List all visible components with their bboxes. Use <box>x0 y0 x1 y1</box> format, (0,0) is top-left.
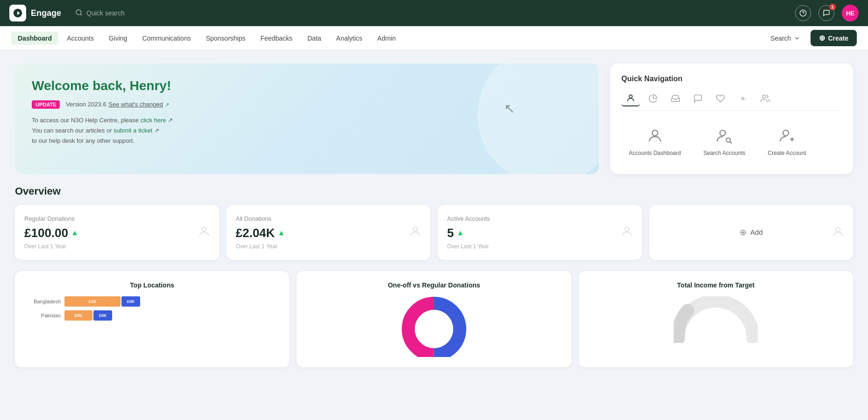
logo-wrap[interactable]: Engage <box>9 5 61 21</box>
nav-item-sponsorships[interactable]: Sponsorships <box>199 32 252 45</box>
welcome-section: Welcome back, Henry! UPDATE Version 2023… <box>15 63 599 174</box>
main-nav: Dashboard Accounts Giving Communications… <box>0 26 868 50</box>
nav-item-feedbacks[interactable]: Feedbacks <box>254 32 299 45</box>
quick-nav-title: Quick Navigation <box>621 75 842 83</box>
bar-row-pakistan: Pakistan £0K £0K <box>28 310 276 321</box>
notifications-button[interactable]: 1 <box>818 5 834 21</box>
svg-point-15 <box>413 227 417 231</box>
accounts-dashboard-icon <box>645 126 665 146</box>
bar-group: £1K £0K <box>64 296 276 307</box>
quick-nav-items: Accounts Dashboard Search Accounts <box>621 120 842 163</box>
qn-tab-pie[interactable] <box>644 91 662 106</box>
click-here-link[interactable]: click here <box>141 117 166 124</box>
svg-point-16 <box>625 227 629 231</box>
notification-badge: 1 <box>829 4 836 10</box>
person-icon <box>620 225 633 240</box>
quick-search-label: Quick search <box>86 9 125 17</box>
search-accounts-icon <box>714 126 734 146</box>
quick-search-bar[interactable]: Quick search <box>75 9 125 18</box>
qn-create-account[interactable]: Create Account <box>760 120 813 163</box>
svg-line-1 <box>80 14 82 15</box>
stat-value: £2.04K ▲ <box>236 226 421 240</box>
overview-section: Overview Regular Donations £100.00 ▲ Ove… <box>15 185 853 367</box>
donut-chart <box>401 296 467 357</box>
bar-seg-orange: £0K <box>64 310 92 321</box>
trend-icon: ▲ <box>71 229 78 237</box>
stat-card-active-accounts: Active Accounts 5 ▲ Over Last 1 Year <box>438 205 642 260</box>
stat-value: £100.00 ▲ <box>24 226 210 240</box>
submit-ticket-link[interactable]: submit a ticket <box>114 127 152 134</box>
svg-point-20 <box>415 310 453 348</box>
svg-point-7 <box>652 130 658 136</box>
qn-search-accounts[interactable]: Search Accounts <box>696 120 753 163</box>
welcome-title: Welcome back, Henry! <box>32 78 582 93</box>
half-donut-chart <box>674 296 758 343</box>
nav-item-communications[interactable]: Communications <box>135 32 197 45</box>
help-text: To access our N3O Help Centre, please cl… <box>32 115 582 146</box>
overview-cards: Regular Donations £100.00 ▲ Over Last 1 … <box>15 205 853 260</box>
cursor-icon: ↖ <box>504 101 515 116</box>
top-bar-right: 1 HE <box>795 5 859 21</box>
qn-accounts-dashboard[interactable]: Accounts Dashboard <box>621 120 688 163</box>
qn-tab-people[interactable] <box>756 91 775 106</box>
create-button[interactable]: ⊕ Create <box>811 30 857 46</box>
stat-label: All Donations <box>236 215 421 222</box>
donut-wrap <box>306 296 562 357</box>
nav-item-admin[interactable]: Admin <box>371 32 403 45</box>
nav-item-accounts[interactable]: Accounts <box>60 32 100 45</box>
chart-title: Total Income from Target <box>588 281 844 289</box>
qn-item-label: Accounts Dashboard <box>629 150 681 157</box>
quick-nav-tabs <box>621 91 842 111</box>
svg-point-11 <box>783 130 789 136</box>
nav-item-dashboard[interactable]: Dashboard <box>11 32 58 45</box>
help-button[interactable] <box>795 5 811 21</box>
version-row: UPDATE Version 2023.6 See what's changed… <box>32 100 582 109</box>
add-icon: ⊕ <box>740 227 747 238</box>
svg-line-10 <box>730 142 732 144</box>
bar-seg-blue: £0K <box>121 296 140 307</box>
qn-item-label: Search Accounts <box>703 150 745 157</box>
person-icon <box>832 225 845 239</box>
chart-title: Top Locations <box>24 281 280 289</box>
nav-right: Search ⊕ Create <box>766 30 857 46</box>
bar-chart: Bangladesh £1K £0K Pakistan £0K £0K <box>24 296 280 321</box>
qn-tab-settings[interactable] <box>733 91 752 106</box>
app-name: Engage <box>31 8 61 18</box>
stat-value: 5 ▲ <box>447 226 633 240</box>
qn-tab-inbox[interactable] <box>666 91 685 106</box>
stat-card-all-donations: All Donations £2.04K ▲ Over Last 1 Year <box>227 205 431 260</box>
qn-tab-person[interactable] <box>621 91 640 106</box>
add-label: Add <box>750 228 763 236</box>
qn-tab-chat[interactable] <box>689 91 707 106</box>
qn-tab-heart[interactable] <box>711 91 730 106</box>
stat-sub: Over Last 1 Year <box>236 243 421 250</box>
nav-item-giving[interactable]: Giving <box>102 32 134 45</box>
external-link-icon: ↗ <box>165 102 169 107</box>
person-icon <box>198 225 211 240</box>
svg-point-4 <box>629 95 633 98</box>
bar-seg-orange: £1K <box>64 296 121 307</box>
overview-title: Overview <box>15 185 853 197</box>
stat-sub: Over Last 1 Year <box>447 243 633 250</box>
chevron-down-icon <box>794 35 800 42</box>
bar-label: Bangladesh <box>28 299 61 304</box>
svg-point-0 <box>76 10 81 15</box>
search-label: Search <box>770 35 791 42</box>
search-icon <box>75 9 83 18</box>
chart-oneoff-regular: One-off vs Regular Donations <box>297 271 571 367</box>
search-nav-button[interactable]: Search <box>766 32 805 45</box>
chart-title: One-off vs Regular Donations <box>306 281 562 289</box>
bar-label: Pakistan <box>28 313 61 318</box>
nav-item-analytics[interactable]: Analytics <box>330 32 369 45</box>
see-changes-link[interactable]: See what's changed <box>108 101 163 108</box>
charts-row: Top Locations Bangladesh £1K £0K Pakista… <box>15 271 853 367</box>
user-avatar[interactable]: HE <box>842 5 859 21</box>
stat-label: Active Accounts <box>447 215 633 222</box>
nav-item-data[interactable]: Data <box>301 32 328 45</box>
add-stat-card[interactable]: ⊕ Add <box>649 205 854 260</box>
top-content-grid: Welcome back, Henry! UPDATE Version 2023… <box>15 63 853 174</box>
bar-row-bangladesh: Bangladesh £1K £0K <box>28 296 276 307</box>
logo-icon <box>9 5 26 21</box>
bar-group: £0K £0K <box>64 310 276 321</box>
stat-label: Regular Donations <box>24 215 210 222</box>
